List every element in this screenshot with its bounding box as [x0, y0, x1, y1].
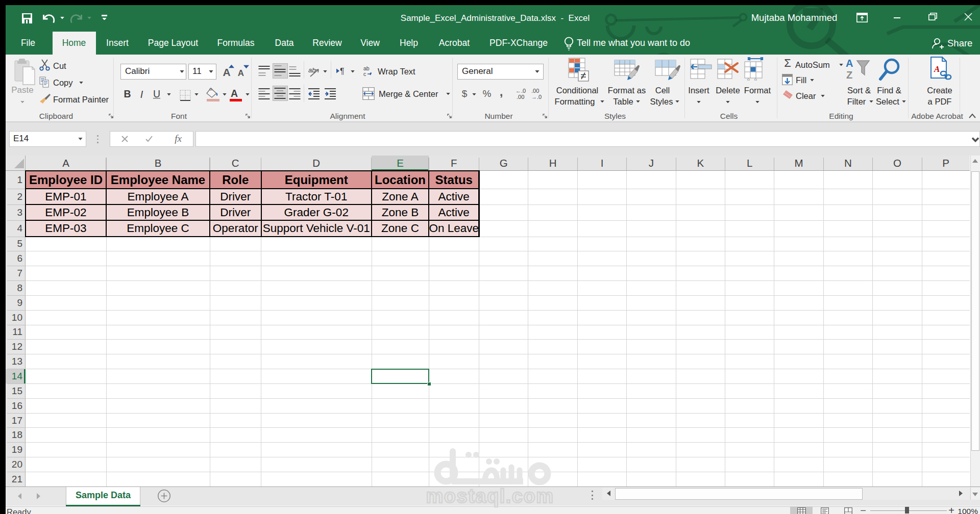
svg-text:.00: .00: [517, 94, 524, 100]
svg-text:Z: Z: [846, 69, 852, 81]
svg-text:.00: .00: [531, 88, 539, 94]
svg-text:A: A: [934, 64, 940, 74]
svg-text:A: A: [846, 58, 853, 69]
svg-text:→.0: →.0: [531, 94, 542, 100]
svg-text:¶: ¶: [340, 67, 345, 75]
svg-text:c: c: [363, 71, 366, 77]
svg-text:←.0: ←.0: [516, 88, 526, 94]
